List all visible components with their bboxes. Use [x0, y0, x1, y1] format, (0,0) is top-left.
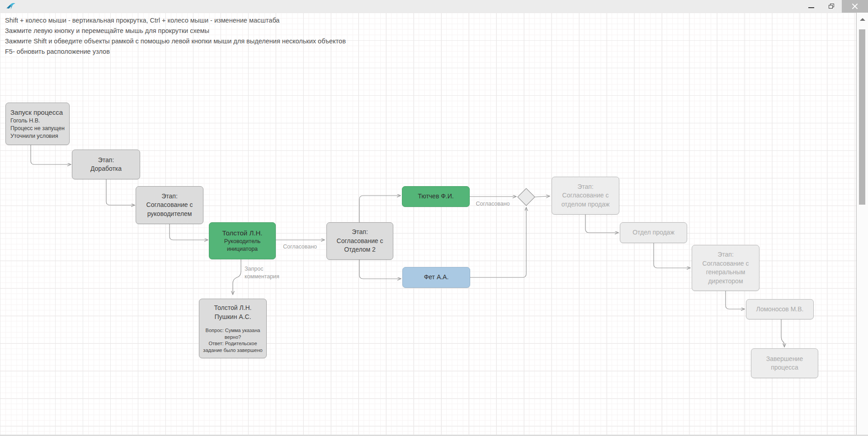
node-tolstoy[interactable]: Толстой Л.Н.Руководительинициатора — [209, 222, 276, 259]
diagram-canvas[interactable] — [0, 13, 857, 436]
node-line: Согласование с — [562, 191, 609, 200]
close-icon — [852, 3, 858, 9]
titlebar — [0, 0, 868, 13]
scroll-up-icon[interactable] — [860, 18, 865, 21]
edge-label: Запрос комментария — [245, 265, 283, 281]
minimize-button[interactable] — [801, 0, 821, 13]
node-line: руководителем — [147, 210, 192, 219]
node-line: Доработка — [90, 164, 122, 173]
node-line: Вопрос: Сумма указана верно? — [202, 327, 264, 340]
instruction-line: Shift + колесо мыши - вертикальная прокр… — [5, 15, 346, 26]
node-finish[interactable]: Завершениепроцесса — [751, 348, 818, 378]
node-line: Ломоносов М.В. — [756, 305, 804, 314]
node-line: Согласование с — [337, 237, 383, 246]
node-line: Отдел продаж — [632, 228, 675, 237]
node-stage-rework[interactable]: Этап:Доработка — [72, 150, 140, 179]
close-button[interactable] — [842, 0, 868, 13]
restore-button[interactable] — [821, 0, 842, 13]
node-line: Завершение — [766, 355, 803, 364]
node-stage-sales-approval[interactable]: Этап:Согласование сотделом продаж — [552, 177, 619, 215]
node-line: Этап: — [577, 183, 594, 192]
node-line: Фет А.А. — [424, 273, 449, 282]
instruction-line: Зажмите Shift и обведите объекты рамкой … — [5, 36, 346, 47]
node-line: Толстой Л.Н. — [222, 229, 263, 238]
scrollbar-thumb[interactable] — [859, 29, 865, 205]
node-line: Запуск процесса — [10, 108, 63, 117]
node-line: инициатора — [227, 245, 258, 253]
instruction-line: F5- обновить расположение узлов — [5, 47, 346, 57]
node-line: процесса — [771, 363, 798, 372]
vertical-scrollbar[interactable] — [857, 13, 868, 436]
node-line: Согласование с — [703, 259, 749, 268]
app-logo-bird-icon — [5, 1, 16, 11]
node-stage-ceo-approval[interactable]: Этап:Согласование сгенеральнымдиректором — [692, 245, 760, 291]
node-line: Гоголь Н.В. — [10, 117, 40, 125]
instruction-line: Зажмите левую кнопку и перемещайте мышь … — [5, 26, 346, 36]
node-line: Ответ: Родительское задание было заверше… — [202, 340, 264, 353]
node-fet[interactable]: Фет А.А. — [402, 267, 470, 288]
node-lomonosov[interactable]: Ломоносов М.В. — [746, 299, 814, 319]
node-stage-manager-approval[interactable]: Этап:Согласование сруководителем — [136, 186, 203, 224]
node-line: Отделом 2 — [344, 245, 376, 254]
node-line: Толстой Л.Н. — [214, 304, 252, 313]
minimize-icon — [808, 7, 814, 8]
node-line: генеральным — [706, 268, 745, 277]
node-line: Этап: — [98, 156, 114, 165]
node-line: Этап: — [717, 250, 734, 259]
node-line: Этап: — [161, 192, 178, 201]
node-line: Этап: — [352, 228, 368, 237]
node-line: Уточнили условия — [10, 132, 58, 140]
node-start[interactable]: Запуск процессаГоголь Н.В.Процесс не зап… — [5, 103, 70, 145]
node-line: директором — [708, 277, 743, 286]
instructions-block: Shift + колесо мыши - вертикальная прокр… — [5, 15, 346, 57]
node-stage-dept2[interactable]: Этап:Согласование сОтделом 2 — [326, 222, 393, 260]
node-comment-tolstoy[interactable]: Толстой Л.Н.Пушкин А.С.Вопрос: Сумма ука… — [199, 299, 267, 358]
edge-label: Согласовано — [472, 200, 513, 208]
node-line: Согласование с — [146, 201, 193, 210]
window-controls — [801, 0, 868, 13]
node-sales-dept[interactable]: Отдел продаж — [620, 222, 687, 243]
restore-icon — [829, 4, 835, 9]
node-line: Тютчев Ф.И. — [418, 192, 453, 201]
node-line: Процесс не запущен — [10, 125, 65, 132]
node-line: Руководитель — [224, 238, 261, 245]
node-tyutchev[interactable]: Тютчев Ф.И. — [402, 186, 470, 207]
edge-label: Согласовано — [278, 243, 321, 251]
node-line: Пушкин А.С. — [214, 313, 251, 322]
node-line: отделом продаж — [561, 200, 610, 209]
